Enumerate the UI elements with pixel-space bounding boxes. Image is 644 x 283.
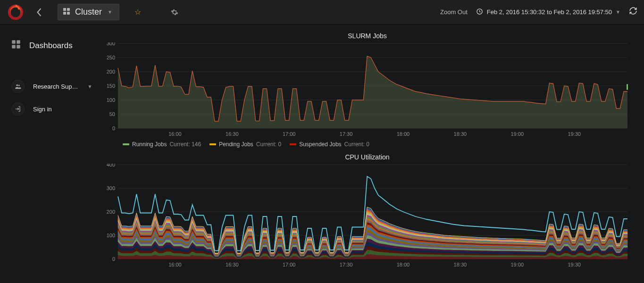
chevron-down-icon: ▼ — [616, 9, 620, 15]
dashboard-picker[interactable]: Cluster ▼ — [58, 4, 119, 20]
grafana-logo-icon[interactable] — [6, 2, 25, 22]
svg-text:300: 300 — [107, 185, 115, 191]
svg-text:0: 0 — [112, 125, 115, 131]
dashboard-title: Cluster — [75, 7, 102, 17]
sidebar-item-org[interactable]: Research Sup… ▼ — [0, 75, 94, 98]
sidebar-label: Dashboards — [29, 41, 73, 50]
grid-icon — [63, 8, 70, 17]
sidebar-label: Research Sup… — [33, 83, 78, 90]
svg-text:17:30: 17:30 — [340, 262, 353, 267]
svg-rect-8 — [12, 45, 16, 49]
refresh-icon[interactable] — [629, 7, 637, 17]
svg-text:400: 400 — [107, 164, 115, 167]
svg-rect-2 — [67, 8, 70, 11]
side-menu: Dashboards Research Sup… ▼ Sign in — [0, 25, 94, 283]
svg-rect-3 — [63, 12, 66, 15]
svg-text:17:00: 17:00 — [283, 262, 296, 267]
svg-text:17:00: 17:00 — [283, 131, 296, 137]
panel-cpu[interactable]: CPU Utilization 010020030040016:0016:301… — [99, 151, 636, 269]
chart-cpu[interactable]: 010020030040016:0016:3017:0017:3018:0018… — [99, 164, 636, 269]
svg-text:100: 100 — [107, 233, 115, 238]
sidebar-item-signin[interactable]: Sign in — [0, 98, 94, 120]
signin-icon — [11, 102, 25, 116]
svg-rect-6 — [12, 40, 16, 44]
svg-text:50: 50 — [109, 111, 115, 117]
svg-point-10 — [17, 84, 18, 86]
time-range-picker[interactable]: Feb 2, 2016 15:30:32 to Feb 2, 2016 19:5… — [476, 8, 620, 17]
zoom-out-button[interactable]: Zoom Out — [440, 8, 468, 16]
svg-rect-9 — [17, 45, 20, 49]
svg-text:19:00: 19:00 — [511, 262, 524, 267]
svg-point-0 — [9, 6, 22, 18]
svg-text:200: 200 — [107, 209, 115, 215]
legend-item[interactable]: Running Jobs Current: 146 — [123, 141, 201, 148]
chevron-down-icon: ▼ — [108, 9, 112, 15]
svg-text:300: 300 — [107, 42, 115, 46]
svg-text:19:30: 19:30 — [568, 262, 581, 267]
svg-text:18:30: 18:30 — [454, 262, 467, 267]
top-nav: Cluster ▼ ☆ Zoom Out Feb 2, 2016 15:30:3… — [0, 0, 644, 25]
panel-title: CPU Utilization — [99, 151, 636, 164]
svg-point-11 — [18, 85, 20, 86]
panel-area: SLURM Jobs 05010015020025030016:0016:301… — [94, 25, 644, 283]
panel-title: SLURM Jobs — [99, 30, 636, 42]
sidebar-item-dashboards[interactable]: Dashboards — [0, 35, 94, 56]
svg-text:150: 150 — [107, 83, 115, 89]
legend-item[interactable]: Suspended Jobs Current: 0 — [290, 141, 369, 148]
sidebar-label: Sign in — [33, 106, 52, 113]
svg-text:17:30: 17:30 — [340, 131, 353, 137]
svg-text:250: 250 — [107, 55, 115, 60]
back-icon[interactable] — [33, 6, 45, 18]
svg-text:16:30: 16:30 — [226, 262, 239, 267]
chevron-down-icon: ▼ — [87, 84, 92, 89]
grid-icon — [11, 40, 21, 51]
chart-slurm[interactable]: 05010015020025030016:0016:3017:0017:3018… — [99, 42, 636, 138]
svg-text:18:30: 18:30 — [454, 131, 467, 137]
gear-icon[interactable] — [168, 6, 181, 18]
star-icon[interactable]: ☆ — [132, 6, 144, 18]
legend: Running Jobs Current: 146Pending Jobs Cu… — [99, 138, 636, 148]
svg-text:16:00: 16:00 — [168, 262, 182, 267]
users-icon — [11, 80, 25, 93]
svg-text:200: 200 — [107, 69, 115, 75]
svg-text:18:00: 18:00 — [397, 262, 410, 267]
svg-text:100: 100 — [107, 97, 115, 103]
svg-text:16:30: 16:30 — [226, 131, 239, 137]
svg-rect-34 — [627, 84, 628, 90]
svg-rect-4 — [67, 12, 70, 15]
clock-icon — [476, 8, 483, 17]
legend-item[interactable]: Pending Jobs Current: 0 — [209, 141, 281, 148]
svg-rect-7 — [17, 40, 20, 44]
svg-text:19:00: 19:00 — [511, 131, 524, 137]
svg-text:0: 0 — [112, 256, 115, 262]
time-range-text: Feb 2, 2016 15:30:32 to Feb 2, 2016 19:5… — [487, 8, 612, 16]
svg-text:16:00: 16:00 — [168, 131, 182, 137]
svg-text:18:00: 18:00 — [397, 131, 410, 137]
panel-slurm[interactable]: SLURM Jobs 05010015020025030016:0016:301… — [99, 30, 636, 148]
svg-rect-1 — [63, 8, 66, 11]
svg-text:19:30: 19:30 — [568, 131, 581, 137]
